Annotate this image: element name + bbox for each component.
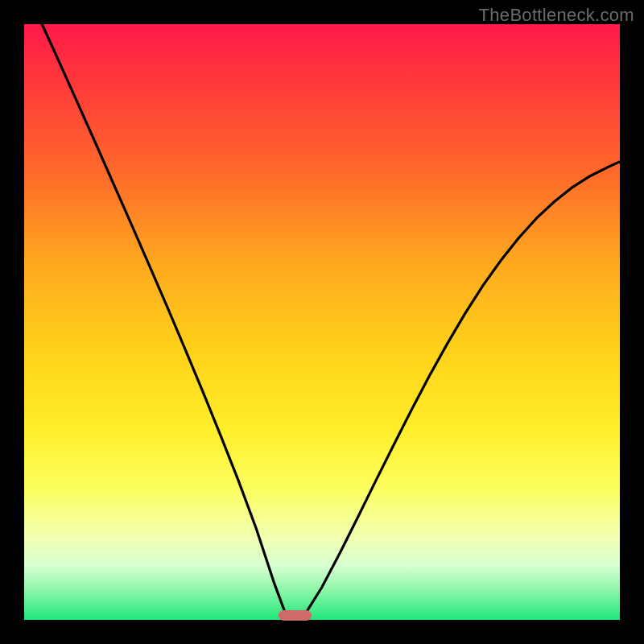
- plot-area: [24, 24, 620, 620]
- chart-frame: TheBottleneck.com: [0, 0, 644, 644]
- curve-svg: [24, 24, 620, 620]
- trough-marker: [279, 610, 312, 621]
- left-branch-path: [42, 24, 286, 616]
- watermark-text: TheBottleneck.com: [479, 5, 634, 26]
- right-branch-path: [304, 162, 620, 616]
